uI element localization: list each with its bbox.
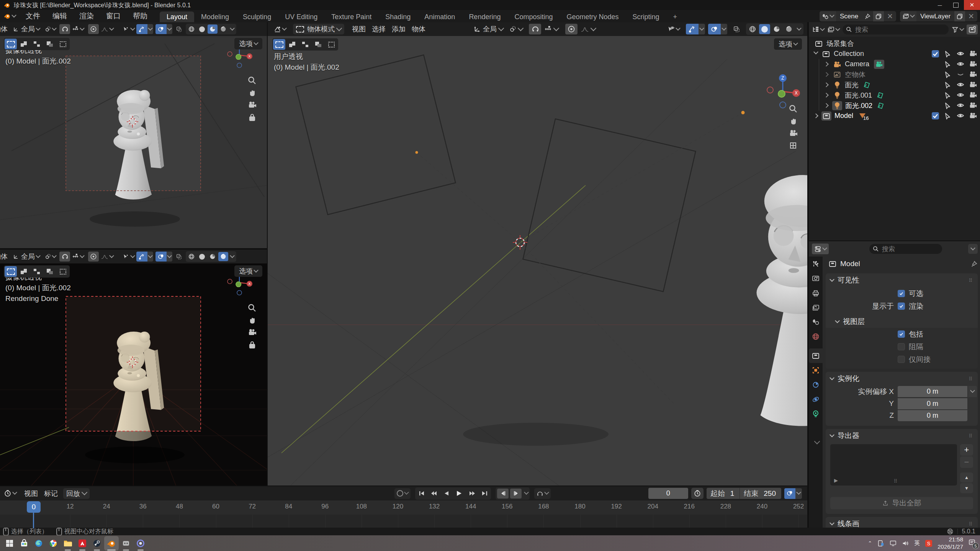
tray-display-icon[interactable] [890,540,897,547]
exclude-checkbox-icon[interactable] [932,112,939,119]
expand-chevron-icon[interactable] [813,49,818,54]
offset-dropdown-button[interactable] [968,386,977,397]
xray-toggle[interactable] [174,24,184,34]
jump-to-end-button[interactable] [479,489,490,499]
menu-add[interactable]: 添加 [389,24,409,34]
pin-icon[interactable] [970,260,978,268]
add-workspace-button[interactable]: + [666,11,684,22]
close-button[interactable]: ✕ [964,0,980,10]
hide-eye-icon[interactable] [957,50,964,57]
step-forward-button[interactable] [510,489,522,499]
remove-exporter-button[interactable]: − [960,456,973,468]
panel-grip[interactable]: ⠿ [969,278,973,283]
outliner-row-camera[interactable]: Camera [809,59,980,69]
show-object-types[interactable] [121,24,136,34]
zoom-icon[interactable] [248,304,257,312]
holdout-checkbox[interactable] [898,343,905,350]
viewport-cam-top-canvas[interactable]: 摄像机透视 (0) Model | 面光.002 选项 [0,36,267,248]
export-all-button[interactable]: 导出全部 [830,497,973,509]
properties-search[interactable]: 搜索 [869,244,942,254]
select-new-button[interactable] [5,266,17,277]
render-visibility-icon[interactable] [969,81,977,89]
xray-toggle[interactable] [174,252,184,262]
shading-wireframe[interactable] [747,24,758,34]
zoom-icon[interactable] [248,77,257,85]
snap-toggle[interactable] [59,24,70,34]
selectable-icon[interactable] [944,71,952,78]
exclude-checkbox-icon[interactable] [932,50,939,57]
tab-physics[interactable] [809,392,823,407]
select-invert-button[interactable] [44,266,56,277]
select-intersect-button[interactable] [325,39,337,50]
editor-type-button[interactable] [812,26,824,33]
select-subtract-button[interactable] [31,39,43,49]
outliner-row-arealight-2[interactable]: 面光.001 [809,90,980,100]
expand-chevron-icon[interactable] [813,113,818,118]
start-value[interactable]: 1 [729,489,740,498]
shading-solid[interactable] [197,25,207,34]
light-data-chip[interactable] [877,102,884,109]
outliner-row-collection[interactable]: Collection [809,49,980,59]
hide-eye-icon[interactable] [957,81,964,88]
select-subtract-button[interactable] [299,39,311,50]
snap-settings[interactable] [541,24,561,34]
scene-selector[interactable]: Scene ✕ [820,11,896,21]
taskbar-steam-icon[interactable] [90,536,104,551]
select-new-button[interactable] [5,39,17,49]
timeline-overlays-toggle[interactable] [784,488,795,499]
expand-chevron-icon[interactable] [824,62,829,67]
shading-wireframe[interactable] [187,25,196,34]
editor-type-button[interactable] [271,24,289,34]
taskbar-chrome-icon[interactable] [46,536,61,551]
clipped-object-menu[interactable]: 物体 [0,24,10,34]
select-intersect-button[interactable] [57,266,69,277]
light-data-chip[interactable] [877,92,884,99]
selectable-icon[interactable] [944,102,952,110]
show-gizmo-toggle[interactable] [136,252,147,262]
panel-grip[interactable]: ⠿ [969,521,973,527]
hide-eye-icon[interactable] [957,112,964,119]
tab-scene[interactable] [809,315,823,329]
include-checkbox[interactable] [898,330,905,338]
new-scene-copy-button[interactable] [873,11,884,21]
tab-constraints[interactable] [809,378,823,392]
render-visibility-checkbox[interactable] [898,302,905,310]
tray-snipaste-icon[interactable]: S [925,540,932,547]
shading-solid[interactable] [197,252,207,261]
select-invert-button[interactable] [312,39,324,50]
jump-prev-keyframe-button[interactable] [428,489,440,499]
properties-options-dropdown[interactable] [968,244,978,254]
taskbar-store-icon[interactable] [17,536,31,551]
transform-orientation-selector[interactable]: 全局 [471,24,506,34]
tab-scripting[interactable]: Scripting [626,11,666,22]
indirect-only-checkbox[interactable] [898,356,905,363]
tab-geometry-nodes[interactable]: Geometry Nodes [560,11,625,22]
play-reverse-button[interactable] [440,489,452,499]
pan-hand-icon[interactable] [248,316,257,325]
outliner-row-arealight-3-active[interactable]: 面光.002 [809,100,980,111]
snap-settings[interactable] [70,251,86,262]
notification-center-button[interactable]: 5 [969,539,976,548]
shading-rendered[interactable] [218,25,228,34]
menu-object[interactable]: 物体 [409,24,429,34]
tab-uv-editing[interactable]: UV Editing [278,11,324,22]
tab-world[interactable] [809,329,823,344]
shading-material-preview[interactable] [771,24,782,34]
instance-offset-x-field[interactable]: 0 m [898,386,967,397]
selectable-icon[interactable] [944,112,952,120]
panel-exporters-header[interactable]: 导出器 ⠿ [826,429,978,443]
outliner-row-arealight-1[interactable]: 面光 [809,80,980,90]
overlays-settings-dropdown[interactable] [167,252,172,262]
blender-menu-button[interactable] [0,13,20,20]
viewlayer-name[interactable]: ViewLayer [916,13,954,20]
expand-chevron-icon[interactable] [824,103,829,108]
zoom-icon[interactable] [789,105,798,113]
proportional-editing-toggle[interactable] [88,252,99,262]
outliner-row-model-collection[interactable]: Model 16 [809,111,980,121]
tab-object-data[interactable] [809,407,823,421]
instance-offset-y-field[interactable]: 0 m [898,398,967,409]
jump-next-keyframe-button[interactable] [466,489,478,499]
tray-volume-icon[interactable] [902,540,909,547]
expand-chevron-icon[interactable] [824,72,829,77]
expand-chevron-icon[interactable] [824,82,829,87]
